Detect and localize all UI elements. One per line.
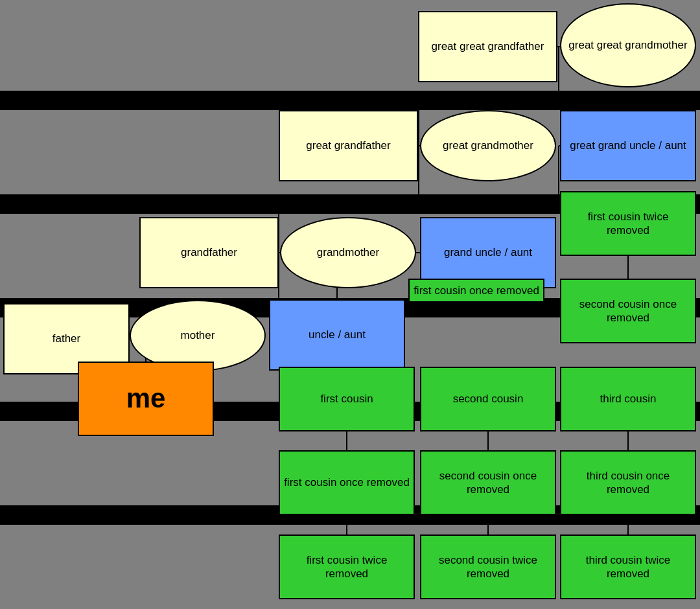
node-tc1r: third cousin once removed — [560, 450, 696, 515]
node-ua-label: uncle / aunt — [309, 328, 366, 341]
node-fa-label: father — [52, 332, 80, 345]
node-tc2r-label: third cousin twice removed — [565, 553, 691, 581]
node-mo-label: mother — [181, 328, 215, 342]
node-tc2r: third cousin twice removed — [560, 534, 696, 599]
node-sc1r2: second cousin once removed — [420, 450, 556, 515]
node-gf: great grandfather — [279, 110, 418, 181]
node-gm-label: great grandmother — [443, 139, 533, 152]
node-grm-label: grandmother — [317, 246, 379, 259]
node-gua-label: grand uncle / aunt — [444, 246, 532, 259]
node-gua: grand uncle / aunt — [420, 217, 556, 288]
node-grm: grandmother — [280, 217, 416, 288]
node-fc2r2-label: first cousin twice removed — [284, 553, 410, 581]
node-sc2r-label: second cousin twice removed — [425, 553, 551, 581]
node-ggf-label: great great grandfather — [432, 40, 544, 53]
node-ggua-label: great grand uncle / aunt — [570, 139, 686, 152]
band-1 — [0, 91, 700, 110]
node-tc1r-label: third cousin once removed — [565, 469, 691, 497]
node-grf: grandfather — [139, 217, 279, 288]
node-ggm-label: great great grandmother — [568, 38, 687, 52]
node-sc1r: second cousin once removed — [560, 279, 696, 343]
diagram: great great grandfather great great gran… — [0, 0, 700, 609]
node-fc1r-label: first cousin once removed — [414, 284, 539, 297]
node-sc-label: second cousin — [453, 392, 524, 406]
node-sc1r2-label: second cousin once removed — [425, 469, 551, 497]
node-fc2r: first cousin twice removed — [560, 191, 696, 256]
node-gm: great grandmother — [420, 110, 556, 181]
node-fc-label: first cousin — [320, 392, 373, 406]
node-ggf: great great grandfather — [418, 11, 557, 82]
node-sc1r-label: second cousin once removed — [565, 297, 691, 325]
node-ggua: great grand uncle / aunt — [560, 110, 696, 181]
node-me: me — [78, 362, 214, 436]
node-ggm: great great grandmother — [560, 3, 696, 87]
node-sc2r: second cousin twice removed — [420, 534, 556, 599]
node-tc: third cousin — [560, 367, 696, 431]
node-tc-label: third cousin — [600, 392, 657, 406]
node-sc: second cousin — [420, 367, 556, 431]
node-mo: mother — [130, 300, 266, 371]
node-gf-label: great grandfather — [306, 139, 390, 152]
node-me-label: me — [126, 382, 166, 416]
node-fc2r2: first cousin twice removed — [279, 534, 415, 599]
node-fc2r-label: first cousin twice removed — [565, 210, 691, 238]
node-fc1r2: first cousin once removed — [279, 450, 415, 515]
node-fc1r: first cousin once removed — [408, 279, 544, 303]
node-grf-label: grandfather — [181, 246, 237, 259]
node-fc: first cousin — [279, 367, 415, 431]
node-fc1r2-label: first cousin once removed — [284, 476, 410, 489]
node-ua: uncle / aunt — [269, 299, 405, 371]
